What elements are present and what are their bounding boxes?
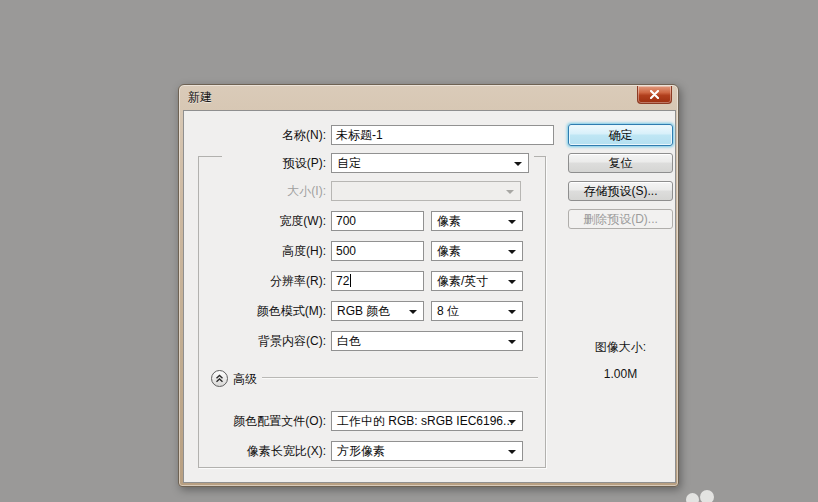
dropdown-arrow-icon (506, 190, 514, 194)
name-input[interactable]: 未标题-1 (331, 125, 554, 145)
height-unit-select[interactable]: 像素 (431, 241, 523, 261)
image-size-value: 1.00M (568, 367, 673, 381)
name-label: 名称(N): (184, 125, 326, 145)
height-label: 高度(H): (184, 241, 326, 261)
dropdown-arrow-icon (514, 162, 522, 166)
advanced-toggle-button[interactable] (211, 370, 228, 387)
image-size-label: 图像大小: (568, 339, 673, 356)
close-icon (650, 83, 659, 107)
width-input[interactable]: 700 (331, 211, 424, 231)
size-label: 大小(I): (184, 181, 326, 201)
size-select (331, 181, 521, 201)
advanced-separator (262, 377, 538, 379)
dropdown-arrow-icon (508, 310, 516, 314)
pixel-aspect-select[interactable]: 方形像素 (331, 441, 523, 461)
close-button[interactable] (637, 86, 672, 104)
resolution-unit-select[interactable]: 像素/英寸 (431, 271, 523, 291)
ok-button[interactable]: 确定 (568, 124, 673, 146)
delete-preset-button: 删除预设(D)... (568, 209, 673, 229)
reset-button[interactable]: 复位 (568, 153, 673, 173)
dropdown-arrow-icon (409, 310, 417, 314)
dropdown-arrow-icon (508, 220, 516, 224)
color-mode-select[interactable]: RGB 颜色 (331, 301, 424, 321)
resolution-label: 分辨率(R): (184, 271, 326, 291)
watermark-dot (686, 493, 699, 502)
pixel-aspect-label: 像素长宽比(X): (184, 441, 326, 461)
width-unit-select[interactable]: 像素 (431, 211, 523, 231)
width-label: 宽度(W): (184, 211, 326, 231)
save-preset-button[interactable]: 存储预设(S)... (568, 181, 673, 201)
new-document-dialog: 新建 名称(N): 未标题-1 预设(P): 自定 大小(I): (178, 84, 679, 487)
background-contents-select[interactable]: 白色 (331, 331, 523, 351)
resolution-input[interactable]: 72 (331, 271, 424, 291)
dialog-body: 名称(N): 未标题-1 预设(P): 自定 大小(I): 宽度(W): 700 (183, 110, 676, 483)
desktop-background: 新建 名称(N): 未标题-1 预设(P): 自定 大小(I): (0, 0, 818, 502)
advanced-label: 高级 (233, 369, 257, 389)
dropdown-arrow-icon (508, 420, 516, 424)
preset-select[interactable]: 自定 (331, 153, 529, 173)
color-mode-label: 颜色模式(M): (184, 301, 326, 321)
height-input[interactable]: 500 (331, 241, 424, 261)
bit-depth-select[interactable]: 8 位 (431, 301, 523, 321)
double-chevron-up-icon (214, 373, 225, 384)
dropdown-arrow-icon (508, 340, 516, 344)
dropdown-arrow-icon (508, 250, 516, 254)
color-profile-select[interactable]: 工作中的 RGB: sRGB IEC6196... (331, 411, 523, 431)
color-profile-label: 颜色配置文件(O): (184, 411, 326, 431)
dropdown-arrow-icon (508, 450, 516, 454)
watermark-dot (700, 490, 714, 502)
window-title: 新建 (188, 90, 212, 104)
text-caret (350, 274, 351, 287)
dropdown-arrow-icon (508, 280, 516, 284)
preset-label: 预设(P): (184, 153, 326, 173)
background-contents-label: 背景内容(C): (184, 331, 326, 351)
title-bar[interactable]: 新建 (179, 85, 678, 110)
